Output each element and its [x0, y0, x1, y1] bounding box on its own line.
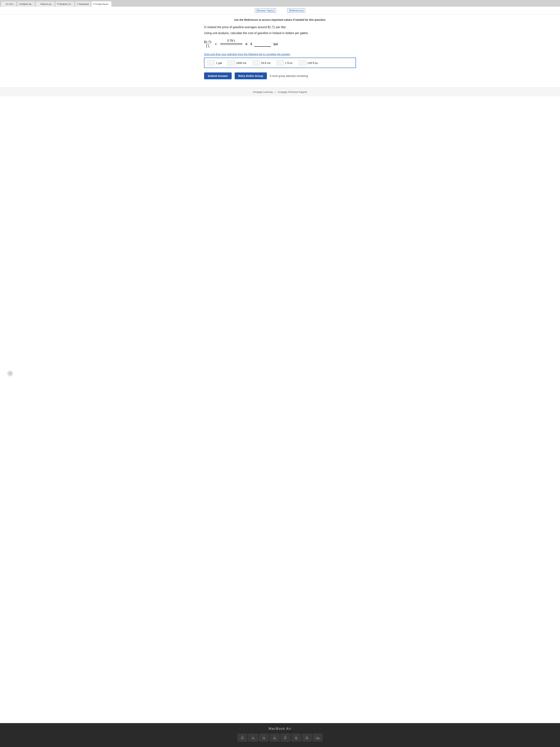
key-f9[interactable]: ⏭ F9: [302, 733, 312, 742]
drag-item-1000ml[interactable]: 1000 mL: [228, 60, 247, 66]
drag-item-box-128floz: [299, 60, 306, 66]
conversion-fraction: 3.79 L: [220, 39, 242, 49]
tab-icon-failed: 📄: [37, 3, 39, 5]
drag-item-29ml[interactable]: 29.6 mL: [252, 60, 271, 66]
cengage-support-link[interactable]: Cengage Technical Support: [277, 91, 307, 93]
key-f5[interactable]: ☀ F5: [259, 733, 269, 742]
drag-drop-label: Drag and drop your selection from the fo…: [204, 53, 356, 56]
equals-sign: =: [245, 42, 247, 46]
tab-label-acad: N https://acad...: [96, 3, 110, 5]
dollar-sign: $: [250, 43, 252, 46]
key-f6[interactable]: ☀ F6: [270, 733, 279, 742]
key-f5-top: ☀: [263, 735, 265, 737]
tab-label-students: Students | N...: [59, 3, 72, 5]
tab-label-dashboard: Dashboard: [79, 3, 89, 5]
side-toggle[interactable]: <: [7, 371, 13, 376]
drag-item-text-1floz: 1 fl.oz.: [285, 61, 293, 65]
drag-item-box-29ml: [252, 60, 260, 66]
key-f4-top: ⠿: [252, 735, 254, 737]
drag-drop-box: 1 gal 1000 mL 29.6 mL 1 fl.oz. 128 fl.oz…: [204, 58, 356, 68]
tab-failed[interactable]: 📄 Failed to op...: [35, 1, 55, 7]
key-f10[interactable]: ◁ F10: [313, 733, 322, 742]
given-fraction: $1.71 1 L: [204, 41, 212, 48]
key-f9-top: ⏭: [306, 735, 308, 737]
key-f8[interactable]: ⏯ F8: [291, 733, 301, 742]
key-f4[interactable]: ⠿ F4: [248, 733, 258, 742]
tab-dashboard[interactable]: ⊙ Dashboard: [75, 1, 91, 7]
chevron-left-icon: <: [9, 372, 11, 375]
top-nav: [Review Topics] [References]: [0, 7, 560, 15]
key-f9-bottom: F9: [305, 737, 308, 740]
footer-separator: |: [275, 91, 275, 93]
question-area: Use the References to access important v…: [197, 15, 363, 87]
key-f8-top: ⏯: [295, 735, 297, 737]
calc-text: Using unit analysis, calculate the cost …: [204, 31, 356, 35]
tab-icon-acad: N: [93, 3, 95, 5]
cengage-learning-link[interactable]: Cengage Learning: [253, 91, 273, 93]
key-f3[interactable]: 80 F3: [238, 733, 247, 742]
key-f5-bottom: F5: [263, 737, 265, 740]
drag-item-1gal[interactable]: 1 gal: [207, 60, 222, 66]
conversion-numerator: 3.79 L: [227, 39, 235, 42]
key-f10-top: ◁: [317, 735, 318, 737]
tab-students[interactable]: N Students | N...: [55, 1, 74, 7]
drag-item-box-1gal: [207, 60, 215, 66]
references-link[interactable]: [References]: [287, 8, 305, 12]
drag-item-box-1000ml: [228, 60, 235, 66]
tab-icon-students: N: [57, 3, 58, 5]
keyboard-area: MacBook Air 80 F3 ⠿ F4 ☀ F5 ☀ F6 ⏮ F7 ⏯ …: [0, 723, 560, 747]
key-f7[interactable]: ⏮ F7: [281, 733, 290, 742]
tab-acad[interactable]: N N https://acad...: [91, 1, 112, 7]
drag-item-1floz[interactable]: 1 fl.oz.: [276, 60, 293, 66]
footer: Cengage Learning | Cengage Technical Sup…: [0, 87, 560, 96]
key-f3-bottom: F3: [241, 737, 244, 740]
drag-item-text-1000ml: 1000 mL: [236, 61, 247, 65]
drag-item-box-1floz: [276, 60, 284, 66]
fraction-denominator: 1 L: [206, 44, 210, 48]
key-f8-bottom: F8: [295, 737, 297, 740]
retry-entire-group-button[interactable]: Retry Entire Group: [235, 73, 267, 79]
key-f7-top: ⏮: [285, 735, 286, 737]
tab-icon-v2: 📄: [3, 3, 5, 5]
tab-label-pediatric: Pediatric Sp...: [20, 3, 33, 5]
tab-icon-dashboard: ⊙: [77, 3, 78, 5]
macbook-label: MacBook Air: [268, 727, 291, 731]
tab-pediatric[interactable]: ℹ Pediatric Sp...: [17, 1, 35, 7]
tab-v2[interactable]: 📄 v2 | Onl...: [1, 1, 17, 7]
drag-item-text-128floz: 128 fl.oz.: [307, 61, 319, 65]
drag-item-text-1gal: 1 gal: [216, 61, 222, 65]
attempts-text: 9 more group attempts remaining: [270, 75, 308, 77]
multiply-symbol: ×: [215, 42, 217, 46]
answer-input[interactable]: [254, 42, 271, 47]
key-f6-top: ☀: [274, 735, 275, 737]
fraction-numerator: $1.71: [204, 41, 212, 44]
drag-item-text-29ml: 29.6 mL: [261, 61, 271, 65]
key-f6-bottom: F6: [273, 737, 276, 740]
key-f4-bottom: F4: [252, 737, 255, 740]
per-gal: /gal: [273, 43, 278, 46]
keyboard-row: 80 F3 ⠿ F4 ☀ F5 ☀ F6 ⏮ F7 ⏯ F8 ⏭ F9 ◁ F1: [238, 733, 322, 742]
buttons-area: Submit Answer Retry Entire Group 9 more …: [204, 73, 356, 79]
key-f10-bottom: F10: [316, 737, 320, 740]
tab-icon-pediatric: ℹ: [19, 3, 20, 5]
conversion-denominator-blank: [220, 45, 242, 49]
reference-note: Use the References to access important v…: [204, 18, 356, 21]
tab-label-v2: v2 | Onl...: [6, 3, 15, 5]
intro-text: In Ireland the price of gasoline average…: [204, 25, 356, 29]
key-f3-top: 80: [241, 735, 243, 737]
drag-item-128floz[interactable]: 128 fl.oz.: [299, 60, 319, 66]
key-f7-bottom: F7: [284, 737, 287, 740]
review-topics-link[interactable]: [Review Topics]: [255, 8, 276, 12]
submit-answer-button[interactable]: Submit Answer: [204, 73, 232, 79]
tab-label-failed: Failed to op...: [41, 3, 53, 5]
equation-area: $1.71 1 L × 3.79 L = $ /gal: [204, 39, 356, 49]
